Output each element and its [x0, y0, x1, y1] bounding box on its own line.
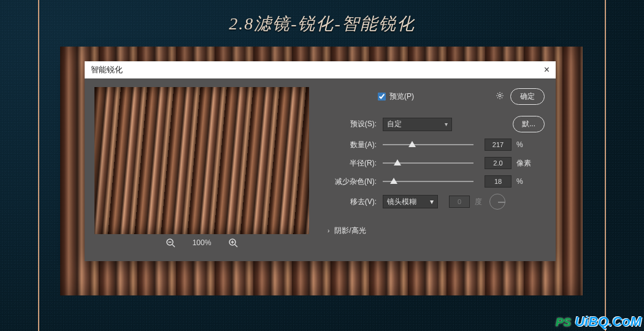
preset-value: 自定 [387, 119, 402, 129]
svg-point-7 [499, 94, 501, 97]
chevron-down-icon: ▾ [445, 121, 448, 127]
preset-select[interactable]: 自定 ▾ [383, 118, 452, 131]
amount-unit: % [516, 140, 523, 149]
svg-line-12 [497, 93, 498, 94]
preview-checkbox[interactable] [378, 93, 386, 101]
ok-button[interactable]: 确定 [510, 88, 545, 105]
noise-slider[interactable] [383, 177, 473, 186]
amount-slider[interactable] [383, 140, 473, 150]
remove-value: 镜头模糊 [387, 197, 416, 207]
remove-select[interactable]: 镜头模糊 ▾ [383, 195, 438, 208]
noise-label: 减少杂色(N): [324, 177, 383, 187]
angle-dial[interactable] [489, 194, 505, 210]
watermark: PSUiBQ.CoM [556, 314, 642, 330]
remove-label: 移去(V): [324, 197, 383, 207]
zoom-out-icon[interactable] [166, 238, 175, 248]
preview-checkbox-row[interactable]: 预览(P) [378, 91, 414, 102]
preview-canvas[interactable] [94, 87, 309, 234]
preview-checkbox-label: 预览(P) [389, 91, 414, 102]
default-button[interactable]: 默... [513, 116, 545, 132]
shadows-highlights-section[interactable]: › 阴影/高光 [328, 226, 545, 236]
preset-label: 预设(S): [324, 119, 383, 129]
radius-unit: 像素 [516, 158, 531, 169]
smart-sharpen-dialog: 智能锐化 × 100% 预览(P) [85, 61, 556, 261]
dialog-titlebar: 智能锐化 × [85, 61, 556, 78]
chevron-down-icon: ▾ [430, 197, 434, 206]
radius-input[interactable]: 2.0 [485, 157, 512, 169]
page-title: 2.8滤镜-锐化-智能锐化 [0, 12, 644, 36]
svg-line-15 [497, 97, 498, 98]
zoom-level: 100% [193, 238, 212, 247]
radius-slider[interactable] [383, 158, 473, 168]
zoom-in-icon[interactable] [228, 238, 238, 248]
amount-label: 数量(A): [324, 140, 383, 150]
amount-input[interactable]: 217 [485, 139, 512, 151]
svg-line-14 [502, 93, 502, 94]
close-icon[interactable]: × [544, 64, 550, 75]
chevron-right-icon: › [328, 227, 329, 234]
angle-unit: 度 [475, 197, 482, 207]
noise-unit: % [516, 177, 523, 186]
section-label: 阴影/高光 [334, 226, 366, 236]
noise-input[interactable]: 18 [485, 175, 512, 188]
svg-line-4 [235, 245, 237, 247]
gear-icon[interactable] [496, 91, 504, 102]
svg-line-13 [502, 97, 502, 98]
radius-label: 半径(R): [324, 158, 383, 169]
svg-line-1 [172, 245, 175, 247]
angle-input: 0 [449, 196, 470, 208]
dialog-title-text: 智能锐化 [91, 64, 123, 75]
